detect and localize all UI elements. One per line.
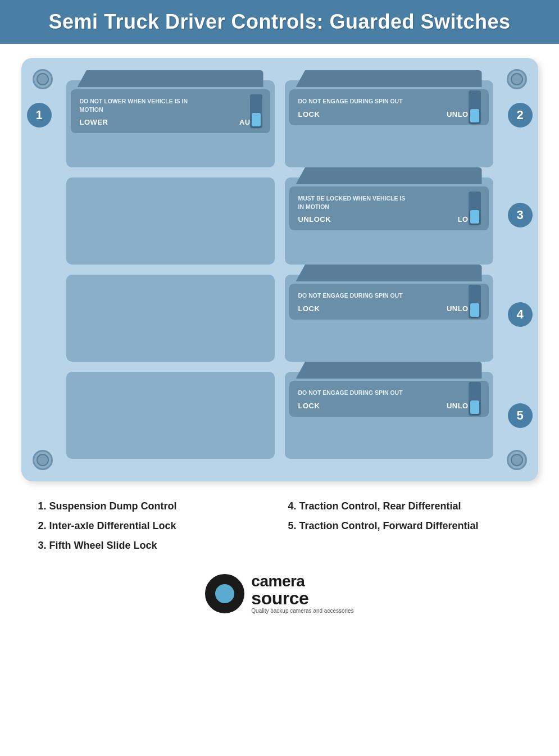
toggle-knob-5 (470, 400, 479, 414)
switch-label-2: DO NOT ENGAGE DURING SPIN OUT (298, 97, 407, 106)
logo-icon (205, 574, 244, 613)
toggle-switch-4[interactable] (469, 285, 481, 318)
switch-panel-3-empty (66, 177, 275, 265)
toggle-switch-2[interactable] (469, 90, 481, 124)
logo-area: camera source Quality backup cameras and… (205, 573, 353, 614)
logo-inner-circle (213, 582, 237, 605)
logo-camera-text: camera (251, 573, 353, 589)
switch-left-label-5: LOCK (298, 402, 320, 410)
toggle-knob-4 (470, 303, 479, 317)
switch-panel-3: MUST BE LOCKED WHEN VEHICLE IS IN MOTION… (285, 177, 493, 265)
switch-inner-2: DO NOT ENGAGE DURING SPIN OUT LOCK UNLOC… (289, 89, 489, 125)
toggle-track-5 (469, 382, 481, 416)
badge-4: 4 (508, 302, 533, 327)
toggle-track-1 (250, 94, 262, 128)
toggle-switch-5[interactable] (469, 382, 481, 416)
switch-label-3: MUST BE LOCKED WHEN VEHICLE IS IN MOTION (298, 194, 407, 211)
switch-buttons-4: LOCK UNLOCK (298, 304, 480, 313)
switch-inner-4: DO NOT ENGAGE DURING SPIN OUT LOCK UNLOC… (289, 284, 489, 320)
legend-item-2: 2. Inter-axle Differential Lock (38, 518, 271, 534)
badge-3: 3 (508, 203, 533, 227)
switch-inner-1: DO NOT LOWER WHEN VEHICLE IS IN MOTION L… (71, 89, 270, 133)
guard-flap-5 (296, 362, 482, 379)
toggle-knob-1 (252, 113, 261, 126)
bolt-top-left (33, 69, 53, 89)
toggle-switch-1[interactable] (250, 94, 262, 128)
switch-panel-1: DO NOT LOWER WHEN VEHICLE IS IN MOTION L… (66, 80, 275, 167)
switch-left-label-3: UNLOCK (298, 215, 331, 224)
switch-grid: DO NOT LOWER WHEN VEHICLE IS IN MOTION L… (66, 80, 493, 459)
toggle-knob-3 (470, 210, 479, 224)
switch-panel-5-empty (66, 372, 275, 459)
legend-item-5: 5. Traction Control, Forward Differentia… (288, 518, 521, 534)
bolt-bottom-left (33, 450, 53, 470)
page-header: Semi Truck Driver Controls: Guarded Swit… (0, 0, 559, 44)
switch-left-label-2: LOCK (298, 110, 320, 119)
legend-section: 1. Suspension Dump Control 4. Traction C… (21, 493, 538, 559)
legend-item-blank (288, 538, 521, 554)
toggle-knob-2 (470, 109, 479, 122)
legend-item-1: 1. Suspension Dump Control (38, 498, 271, 514)
badge-1: 1 (27, 103, 52, 127)
switch-left-label-1: LOWER (80, 118, 108, 126)
badge-5: 5 (508, 403, 533, 428)
switch-buttons-5: LOCK UNLOCK (298, 402, 480, 410)
guard-flap-3 (296, 167, 482, 184)
page-title: Semi Truck Driver Controls: Guarded Swit… (17, 10, 542, 34)
toggle-switch-3[interactable] (469, 192, 481, 225)
switch-left-label-4: LOCK (298, 304, 320, 313)
switch-panel-5: DO NOT ENGAGE DURING SPIN OUT LOCK UNLOC… (285, 372, 493, 459)
switch-panel-4-empty (66, 275, 275, 362)
logo-tagline-text: Quality backup cameras and accessories (251, 608, 353, 614)
bolt-bottom-right (507, 450, 527, 470)
switch-panel-2: DO NOT ENGAGE DURING SPIN OUT LOCK UNLOC… (285, 80, 493, 167)
toggle-track-2 (469, 90, 481, 124)
switch-label-5: DO NOT ENGAGE DURING SPIN OUT (298, 389, 407, 397)
bolt-top-right (507, 69, 527, 89)
toggle-track-4 (469, 285, 481, 318)
legend-item-3: 3. Fifth Wheel Slide Lock (38, 538, 271, 554)
switch-panel-4: DO NOT ENGAGE DURING SPIN OUT LOCK UNLOC… (285, 275, 493, 362)
switch-inner-5: DO NOT ENGAGE DURING SPIN OUT LOCK UNLOC… (289, 381, 489, 417)
guard-flap-2 (296, 70, 482, 87)
switch-inner-3: MUST BE LOCKED WHEN VEHICLE IS IN MOTION… (289, 186, 489, 230)
badge-2: 2 (508, 103, 533, 127)
switch-buttons-1: LOWER AUTO (80, 118, 261, 126)
switch-buttons-3: UNLOCK LOCK (298, 215, 480, 224)
control-panel: 1 2 3 4 5 DO NOT LOWER WHEN VEHICLE IS I… (21, 58, 538, 481)
switch-label-4: DO NOT ENGAGE DURING SPIN OUT (298, 292, 407, 300)
guard-flap-1 (78, 70, 263, 87)
switch-label-1: DO NOT LOWER WHEN VEHICLE IS IN MOTION (80, 97, 189, 113)
toggle-track-3 (469, 192, 481, 225)
switch-buttons-2: LOCK UNLOCK (298, 110, 480, 119)
logo-text-block: camera source Quality backup cameras and… (251, 573, 353, 614)
logo-source-text: source (251, 589, 353, 607)
guard-flap-4 (296, 265, 482, 281)
legend-item-4: 4. Traction Control, Rear Differential (288, 498, 521, 514)
